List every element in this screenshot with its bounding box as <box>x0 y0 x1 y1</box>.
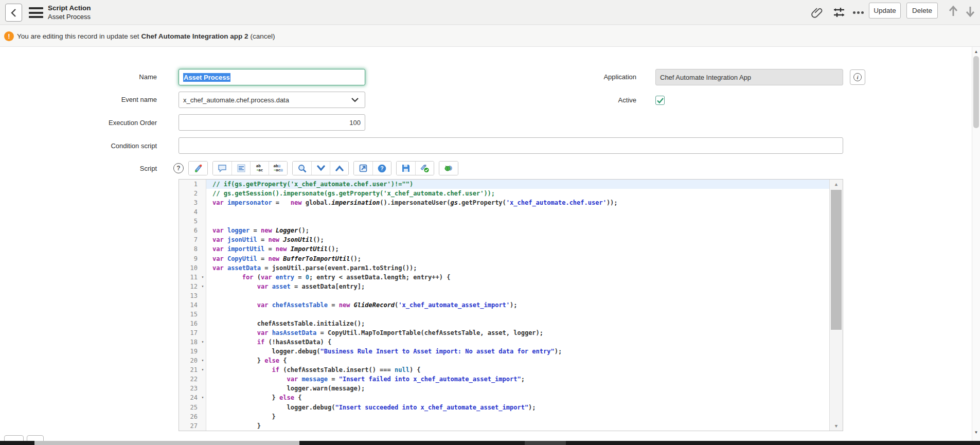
fold-arrow-icon[interactable]: ▾ <box>200 282 206 291</box>
code-text[interactable]: logger.debug("Business Rule Insert to As… <box>206 347 829 356</box>
code-text[interactable] <box>206 217 829 226</box>
code-text[interactable]: if (chefAssetsTable.insert() === null) { <box>206 365 829 375</box>
line-gutter[interactable]: 14 <box>179 300 206 310</box>
line-gutter[interactable]: 18▾ <box>179 337 206 347</box>
syntax-check-button[interactable] <box>415 162 434 175</box>
banner-cancel-link[interactable]: (cancel) <box>250 32 275 40</box>
code-line[interactable]: 10var assetData = jsonUtil.parse(event.p… <box>179 263 829 273</box>
fold-arrow-icon[interactable]: ▾ <box>200 365 206 375</box>
code-text[interactable] <box>206 207 829 217</box>
line-gutter[interactable]: 15 <box>179 310 206 319</box>
code-line[interactable]: 8var importUtil = new ImportUtil(); <box>179 244 829 254</box>
context-menu-icon[interactable] <box>29 7 43 18</box>
replace-all-button[interactable]: ab▤➜ac▤ <box>269 162 287 175</box>
toggle-comment-button[interactable] <box>213 162 231 175</box>
code-line[interactable]: 11▾ for (var entry = 0; entry < assetDat… <box>179 273 829 282</box>
personalize-form-button[interactable] <box>832 6 846 19</box>
line-gutter[interactable]: 11▾ <box>179 273 206 282</box>
line-gutter[interactable]: 13 <box>179 291 206 300</box>
code-line[interactable]: 16 chefAssetsTable.initialize(); <box>179 319 829 328</box>
script-help-button[interactable]: ? <box>372 162 391 175</box>
fold-arrow-icon[interactable]: ▾ <box>200 393 206 402</box>
code-line[interactable]: 1// if(gs.getProperty('x_chef_automate.c… <box>179 180 829 189</box>
code-text[interactable]: var asset = assetData[entry]; <box>206 282 829 291</box>
code-text[interactable]: var message = "Insert failed into x_chef… <box>206 375 829 384</box>
line-gutter[interactable]: 9 <box>179 254 206 263</box>
code-text[interactable]: var assetData = jsonUtil.parse(event.par… <box>206 263 829 273</box>
page-scroll-up-icon[interactable]: ▲ <box>972 48 980 55</box>
line-gutter[interactable]: 6 <box>179 226 206 235</box>
line-gutter[interactable]: 20▾ <box>179 356 206 365</box>
syntax-macro-button[interactable] <box>189 162 207 175</box>
code-text[interactable]: var chefAssetsTable = new GlideRecord('x… <box>206 300 829 310</box>
execution-order-input[interactable]: 100 <box>179 114 365 131</box>
code-line[interactable]: 26 } <box>179 412 829 421</box>
condition-script-input[interactable] <box>179 137 843 154</box>
code-text[interactable]: for (var entry = 0; entry < assetData.le… <box>206 273 829 282</box>
line-gutter[interactable]: 23 <box>179 384 206 393</box>
editor-help-icon[interactable]: ? <box>173 163 184 173</box>
line-gutter[interactable]: 4 <box>179 207 206 217</box>
line-gutter[interactable]: 1 <box>179 180 206 189</box>
code-line[interactable]: 18▾ if (!hasAssetData) { <box>179 337 829 347</box>
code-text[interactable]: var impersonator = new global.impersinat… <box>206 198 829 207</box>
code-text[interactable]: } else { <box>206 393 829 402</box>
line-gutter[interactable]: 27 <box>179 421 206 431</box>
code-line[interactable]: 17 var hasAssetData = CopyUtil.MapToImpo… <box>179 328 829 337</box>
active-checkbox[interactable] <box>655 96 665 105</box>
line-gutter[interactable]: 21▾ <box>179 365 206 375</box>
code-line[interactable]: 3var impersonator = new global.impersina… <box>179 198 829 207</box>
format-code-button[interactable] <box>231 162 250 175</box>
line-gutter[interactable]: 12▾ <box>179 282 206 291</box>
code-line[interactable]: 22 var message = "Insert failed into x_c… <box>179 375 829 384</box>
code-text[interactable]: if (!hasAssetData) { <box>206 337 829 347</box>
editor-scrollbar-thumb[interactable] <box>831 190 842 330</box>
search-button[interactable] <box>293 162 311 175</box>
code-text[interactable]: var importUtil = new ImportUtil(); <box>206 244 829 254</box>
code-text[interactable]: var CopyUtil = new BufferToImportUtil(); <box>206 254 829 263</box>
code-line[interactable]: 23 logger.warn(message); <box>179 384 829 393</box>
code-line[interactable]: 7var jsonUtil = new JsonUtil(); <box>179 235 829 244</box>
scroll-up-arrow-icon[interactable]: ▲ <box>830 180 843 189</box>
code-text[interactable]: logger.debug("Insert succeeded into x_ch… <box>206 403 829 412</box>
editor-vertical-scrollbar[interactable]: ▲ ▼ <box>829 180 843 431</box>
attachment-button[interactable] <box>810 6 824 19</box>
code-line[interactable]: 27 } <box>179 421 829 431</box>
open-window-button[interactable] <box>354 162 372 175</box>
code-line[interactable]: 15 <box>179 310 829 319</box>
line-gutter[interactable]: 19 <box>179 347 206 356</box>
code-text[interactable]: // if(gs.getProperty('x_chef_automate.ch… <box>206 180 829 189</box>
code-line[interactable]: 25 logger.debug("Insert succeeded into x… <box>179 403 829 412</box>
script-code-editor[interactable]: 1// if(gs.getProperty('x_chef_automate.c… <box>179 179 843 431</box>
code-text[interactable]: } <box>206 412 829 421</box>
scroll-down-arrow-icon[interactable]: ▼ <box>830 421 843 431</box>
code-line[interactable]: 24▾ } else { <box>179 393 829 402</box>
line-gutter[interactable]: 10 <box>179 263 206 273</box>
save-button[interactable] <box>397 162 415 175</box>
previous-record-button[interactable] <box>947 5 960 18</box>
line-gutter[interactable]: 7 <box>179 235 206 244</box>
line-gutter[interactable]: 24▾ <box>179 393 206 402</box>
code-text[interactable]: chefAssetsTable.initialize(); <box>206 319 829 328</box>
code-line[interactable]: 12▾ var asset = assetData[entry]; <box>179 282 829 291</box>
line-gutter[interactable]: 26 <box>179 412 206 421</box>
line-gutter[interactable]: 17 <box>179 328 206 337</box>
replace-button[interactable]: ab➜ac <box>250 162 269 175</box>
fold-arrow-icon[interactable]: ▾ <box>200 337 206 347</box>
line-gutter[interactable]: 25 <box>179 403 206 412</box>
code-line[interactable]: 4 <box>179 207 829 217</box>
line-gutter[interactable]: 8 <box>179 244 206 254</box>
line-gutter[interactable]: 2 <box>179 189 206 198</box>
page-horizontal-scrollbar[interactable] <box>0 441 980 445</box>
event-name-select[interactable]: x_chef_automate.chef.process.data <box>179 92 365 108</box>
fold-arrow-icon[interactable]: ▾ <box>200 273 206 282</box>
code-text[interactable]: var hasAssetData = CopyUtil.MapToImportT… <box>206 328 829 337</box>
horizontal-scrollbar-thumb[interactable] <box>34 441 299 445</box>
code-line[interactable]: 19 logger.debug("Business Rule Insert to… <box>179 347 829 356</box>
code-text[interactable] <box>206 310 829 319</box>
code-text[interactable] <box>206 291 829 300</box>
find-previous-button[interactable] <box>330 162 348 175</box>
name-input[interactable]: Asset Process <box>179 69 365 85</box>
delete-button[interactable]: Delete <box>906 3 938 19</box>
find-next-button[interactable] <box>311 162 330 175</box>
